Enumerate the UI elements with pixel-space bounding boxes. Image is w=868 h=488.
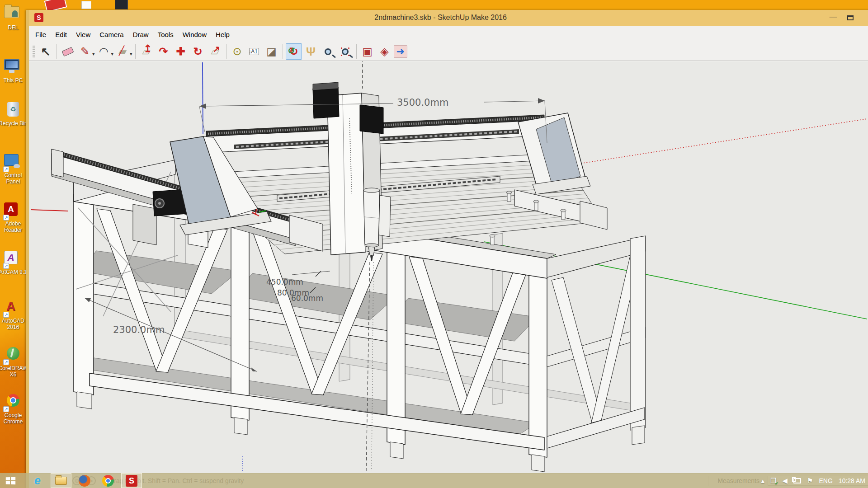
- desktop-icon-label: Adobe Reader: [0, 221, 26, 233]
- shortcut-arrow-icon: ↗: [3, 312, 9, 318]
- scale-tool-icon[interactable]: ▱↗: [207, 43, 223, 60]
- toolbar-separator: [226, 44, 226, 59]
- dim-small-3: 60.0mm: [291, 294, 323, 303]
- tray-expand-icon[interactable]: ▴: [761, 477, 765, 485]
- desktop-icon-bin[interactable]: ♻Recycle Bin: [0, 101, 26, 127]
- desktop-icon-label: Recycle Bin: [0, 120, 26, 127]
- line-tool-icon[interactable]: ✎: [77, 43, 93, 60]
- desktop-icon-adobe[interactable]: A↗Adobe Reader: [0, 201, 26, 233]
- taskbar-sketchup[interactable]: S: [121, 473, 142, 488]
- desktop-icon-cpl[interactable]: ↗Control Panel: [0, 152, 26, 185]
- volume-icon[interactable]: ◀: [783, 477, 788, 485]
- maximize-button[interactable]: [843, 10, 858, 26]
- menu-camera[interactable]: Camera: [95, 28, 128, 41]
- dropbox-check-icon: ✔: [775, 481, 778, 486]
- menu-window[interactable]: Window: [178, 28, 211, 41]
- tape-tool-icon[interactable]: ⊙: [229, 43, 245, 60]
- internet-explorer-icon: e: [34, 474, 41, 487]
- cnc-machine-model: [52, 82, 646, 472]
- menu-help[interactable]: Help: [211, 28, 234, 41]
- desktop-icon-autocad[interactable]: A↗AutoCAD 2016: [0, 298, 26, 330]
- followme-tool-icon[interactable]: ↷: [156, 43, 172, 60]
- window-title: 2ndmachine3.skb - SketchUp Make 2016: [374, 14, 507, 22]
- model-viewport[interactable]: 3500.0mm 2300.0mm 450.0mm 80.0mm 60.0mm: [29, 61, 868, 473]
- desktop-icon-label: AutoCAD 2016: [0, 318, 26, 330]
- select-tool-icon[interactable]: ↖: [38, 43, 54, 60]
- dropbox-icon[interactable]: ❒✔: [770, 477, 776, 485]
- rotate-tool-icon[interactable]: ↻: [190, 43, 206, 60]
- action-center-flag-icon[interactable]: ⚑: [807, 477, 813, 485]
- chrome-icon: [102, 475, 114, 487]
- shortcut-arrow-icon: ↗: [3, 406, 9, 412]
- windows-logo-icon: [6, 477, 15, 484]
- adobe-icon: A: [4, 202, 18, 216]
- screen: DELThis PC♻Recycle Bin↗Control PanelA↗Ad…: [0, 0, 868, 488]
- desktop-icon-label: DEL: [0, 24, 26, 31]
- menu-tools[interactable]: Tools: [153, 28, 178, 41]
- menu-bar: FileEditViewCameraDrawToolsWindowHelp: [29, 26, 868, 42]
- sketchup-window: S 2ndmachine3.skb - SketchUp Make 2016 —…: [26, 10, 868, 488]
- toolbar-separator: [283, 44, 283, 59]
- desktop-icon-label: Control Panel: [0, 172, 26, 185]
- menu-view[interactable]: View: [71, 28, 95, 41]
- dimension-tool-icon[interactable]: A1↓: [246, 43, 263, 60]
- desktop-icon-label: ArtCAM 9.1: [0, 269, 26, 275]
- menu-draw[interactable]: Draw: [128, 28, 153, 41]
- start-button[interactable]: [0, 473, 21, 488]
- orbit-tool-icon[interactable]: ↻↺: [286, 43, 302, 60]
- taskbar-firefox[interactable]: [74, 473, 95, 488]
- desktop-icon-chrome[interactable]: ↗Google Chrome: [0, 392, 26, 425]
- chrome-icon: [7, 394, 19, 407]
- shortcut-arrow-icon: ↗: [3, 215, 9, 221]
- menu-edit[interactable]: Edit: [51, 28, 71, 41]
- pan-tool-icon[interactable]: Ψ: [303, 43, 319, 60]
- partial-desktop-icon-photo[interactable]: [115, 0, 128, 9]
- minimize-button[interactable]: —: [826, 10, 841, 26]
- desktop-icon-label: This PC: [0, 77, 26, 84]
- desktop-icon-pc[interactable]: This PC: [0, 57, 26, 84]
- desktop-icon-folder[interactable]: DEL: [0, 3, 26, 31]
- dim-depth-label: 2300.0mm: [113, 324, 165, 335]
- clock[interactable]: 10:28 AM: [839, 477, 865, 484]
- taskbar-internet-explorer[interactable]: e: [27, 473, 48, 488]
- move-tool-icon[interactable]: ✚: [173, 43, 189, 60]
- toolbar: ↖✎▾◠▾▰╱▾▱↥↷✚↻▱↗⊙A1↓◪↻↺Ψ▣◈➜: [29, 42, 868, 61]
- dim-width-label: 3500.0mm: [397, 97, 448, 108]
- shortcut-arrow-icon: ↗: [3, 166, 9, 172]
- partial-desktop-icon-doc[interactable]: [81, 1, 91, 9]
- artcam-icon: A: [4, 251, 18, 264]
- menu-file[interactable]: File: [31, 28, 51, 41]
- file-explorer-icon: [55, 477, 67, 485]
- warehouse-tool-icon[interactable]: ▣: [359, 43, 376, 60]
- desktop-icon-artcam[interactable]: A↗ArtCAM 9.1: [0, 249, 26, 275]
- language-indicator[interactable]: ENG: [819, 477, 833, 484]
- shortcut-arrow-icon: ↗: [3, 263, 9, 269]
- zoom-tool-icon[interactable]: [320, 43, 336, 60]
- export-tool-icon[interactable]: ➜: [394, 45, 407, 58]
- sketchup-app-icon: S: [34, 13, 43, 22]
- pc-icon: [4, 59, 19, 70]
- toolbar-separator: [135, 44, 136, 59]
- folder-icon: [4, 6, 19, 18]
- eraser-tool-icon[interactable]: [60, 43, 76, 60]
- desktop-icon-corel[interactable]: ↗CorelDRAW X6: [0, 345, 26, 378]
- zoom-extents-tool-icon[interactable]: [337, 43, 354, 60]
- sketchup-icon: S: [126, 475, 137, 487]
- taskbar-chrome[interactable]: [98, 473, 118, 488]
- toolbar-drag-handle[interactable]: [33, 45, 35, 58]
- title-bar[interactable]: S 2ndmachine3.skb - SketchUp Make 2016 —: [29, 10, 868, 26]
- paint-tool-icon[interactable]: ◪: [264, 43, 280, 60]
- model-canvas[interactable]: 3500.0mm 2300.0mm 450.0mm 80.0mm 60.0mm: [29, 61, 867, 473]
- network-icon[interactable]: [793, 478, 801, 483]
- arc-tool-icon[interactable]: ◠: [96, 43, 112, 60]
- toolbar-separator: [356, 44, 357, 59]
- extension-tool-icon[interactable]: ◈: [377, 43, 393, 60]
- firefox-icon: [79, 475, 90, 487]
- taskbar-file-explorer[interactable]: [51, 473, 71, 488]
- taskbar: eS ▴❒✔◀⚑ENG10:28 AM: [0, 473, 868, 488]
- toolbar-separator: [57, 44, 57, 59]
- rectangle-tool-icon[interactable]: ▰╱: [114, 43, 131, 60]
- pushpull-tool-icon[interactable]: ▱↥: [138, 43, 155, 60]
- maximize-icon: [847, 15, 854, 20]
- cpl-icon: [4, 154, 19, 166]
